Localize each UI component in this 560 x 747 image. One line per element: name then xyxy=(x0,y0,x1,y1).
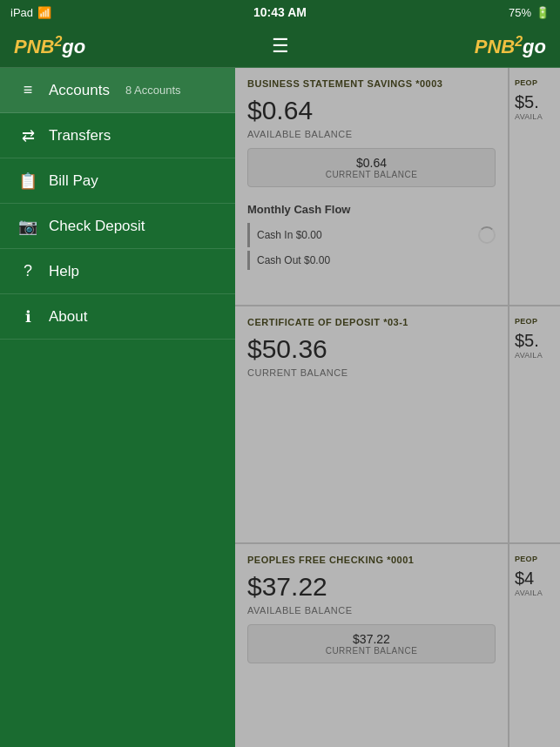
battery-label: 75% xyxy=(509,6,531,19)
battery-icon: 🔋 xyxy=(536,6,550,19)
cd-label: CURRENT BALANCE xyxy=(247,367,496,378)
sidebar: ≡ Accounts 8 Accounts ⇄ Transfers 📋 Bill… xyxy=(0,68,235,747)
cash-flow-title: Monthly Cash Flow xyxy=(247,203,496,216)
logo-text-left: PNB2go xyxy=(14,36,85,57)
sidebar-help-label: Help xyxy=(49,263,79,280)
status-right: 75% 🔋 xyxy=(509,6,550,19)
savings-title: BUSINESS STATEMENT SAVINGS *0003 xyxy=(247,78,496,89)
accounts-badge: 8 Accounts xyxy=(125,84,181,97)
peek-card-2[interactable]: PEOP $5. AVAILA xyxy=(509,306,560,543)
logo-left: PNB2go xyxy=(14,33,85,57)
checking-current-box: $37.22 CURRENT BALANCE xyxy=(247,624,496,663)
account-card-checking[interactable]: PEOPLES FREE CHECKING *0001 $37.22 AVAIL… xyxy=(235,544,508,747)
sidebar-item-bill-pay[interactable]: 📋 Bill Pay xyxy=(0,158,235,204)
checking-current-amount: $37.22 xyxy=(255,632,488,646)
peek-2-label: AVAILA xyxy=(515,351,555,360)
account-card-savings[interactable]: BUSINESS STATEMENT SAVINGS *0003 $0.64 A… xyxy=(235,68,508,305)
sidebar-item-about[interactable]: ℹ About xyxy=(0,294,235,340)
savings-current-amount: $0.64 xyxy=(255,156,488,170)
logo-text-right: PNB2go xyxy=(475,36,546,57)
wifi-icon: 📶 xyxy=(37,6,51,19)
account-card-cd[interactable]: CERTIFICATE OF DEPOSIT *03-1 $50.36 CURR… xyxy=(235,306,508,543)
status-left: iPad 📶 xyxy=(10,6,51,19)
bill-pay-icon: 📋 xyxy=(17,172,38,191)
sidebar-about-label: About xyxy=(49,308,87,326)
checking-available-amount: $37.22 xyxy=(247,572,496,602)
savings-available-label: AVAILABLE BALANCE xyxy=(247,129,496,139)
sidebar-accounts-label: Accounts xyxy=(49,82,110,99)
card-row-2: CERTIFICATE OF DEPOSIT *03-1 $50.36 CURR… xyxy=(235,306,560,543)
sidebar-bill-pay-label: Bill Pay xyxy=(49,172,98,190)
cd-title: CERTIFICATE OF DEPOSIT *03-1 xyxy=(247,317,496,327)
sidebar-item-accounts[interactable]: ≡ Accounts 8 Accounts xyxy=(0,68,235,113)
peek-card-1[interactable]: PEOP $5. AVAILA xyxy=(509,68,560,305)
peek-3-amount: $4 xyxy=(515,569,555,589)
status-bar: iPad 📶 10:43 AM 75% 🔋 xyxy=(0,0,560,24)
sidebar-item-transfers[interactable]: ⇄ Transfers xyxy=(0,113,235,158)
checking-available-label: AVAILABLE BALANCE xyxy=(247,605,496,616)
cash-in-label: Cash In $0.00 xyxy=(257,229,322,241)
hamburger-button[interactable]: ☰ xyxy=(272,35,289,57)
app-header: PNB2go ☰ PNB2go xyxy=(0,24,560,68)
check-deposit-icon: 📷 xyxy=(17,217,38,236)
cd-amount: $50.36 xyxy=(247,334,496,364)
transfers-icon: ⇄ xyxy=(17,126,38,145)
main-layout: ≡ Accounts 8 Accounts ⇄ Transfers 📋 Bill… xyxy=(0,68,560,747)
sidebar-transfers-label: Transfers xyxy=(49,127,111,145)
card-row-1: BUSINESS STATEMENT SAVINGS *0003 $0.64 A… xyxy=(235,68,560,305)
cash-in-row: Cash In $0.00 xyxy=(247,223,496,247)
savings-available-amount: $0.64 xyxy=(247,96,496,125)
peek-2-amount: $5. xyxy=(515,331,555,351)
card-row-3: PEOPLES FREE CHECKING *0001 $37.22 AVAIL… xyxy=(235,544,560,747)
sidebar-item-help[interactable]: ? Help xyxy=(0,249,235,294)
carrier-label: iPad xyxy=(10,6,33,19)
sidebar-check-deposit-label: Check Deposit xyxy=(49,218,145,235)
peek-1-title: PEOP xyxy=(515,78,555,87)
checking-current-label: CURRENT BALANCE xyxy=(255,646,488,656)
logo-right: PNB2go xyxy=(475,33,546,57)
checking-title: PEOPLES FREE CHECKING *0001 xyxy=(247,555,496,565)
cash-out-row: Cash Out $0.00 xyxy=(247,251,496,270)
cash-out-label: Cash Out $0.00 xyxy=(257,254,330,266)
status-time: 10:43 AM xyxy=(253,5,307,19)
peek-1-label: AVAILA xyxy=(515,112,555,121)
peek-card-3[interactable]: PEOP $4 AVAILA xyxy=(509,544,560,747)
savings-current-box: $0.64 CURRENT BALANCE xyxy=(247,148,496,187)
peek-3-title: PEOP xyxy=(515,555,555,563)
cash-flow-section: Monthly Cash Flow Cash In $0.00 Cash Out… xyxy=(247,203,496,273)
about-icon: ℹ xyxy=(17,307,38,326)
peek-3-label: AVAILA xyxy=(515,589,555,597)
savings-current-label: CURRENT BALANCE xyxy=(255,170,488,179)
cash-in-spinner xyxy=(478,226,496,244)
help-icon: ? xyxy=(17,262,38,280)
accounts-icon: ≡ xyxy=(17,81,38,99)
peek-1-amount: $5. xyxy=(515,92,555,112)
peek-2-title: PEOP xyxy=(515,317,555,326)
content-area: BUSINESS STATEMENT SAVINGS *0003 $0.64 A… xyxy=(235,68,560,747)
sidebar-item-check-deposit[interactable]: 📷 Check Deposit xyxy=(0,204,235,249)
